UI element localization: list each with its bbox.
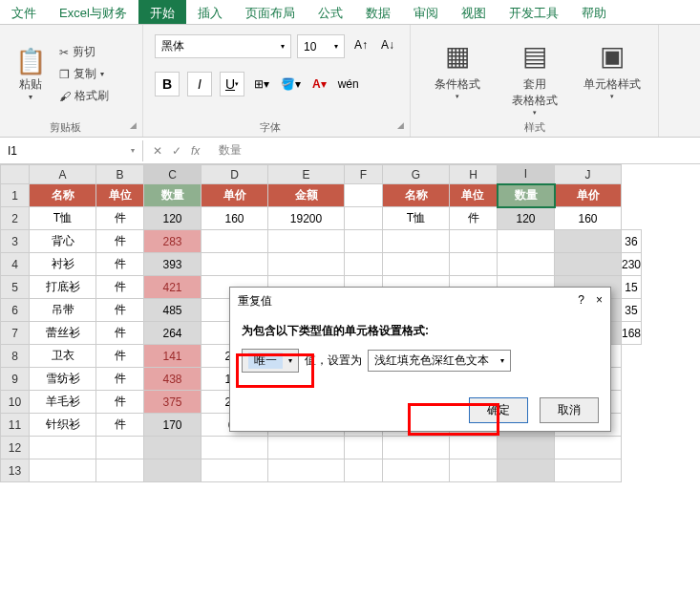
cell[interactable]: 36 [622, 230, 642, 253]
tab-Excel与财务[interactable]: Excel与财务 [48, 0, 138, 24]
cell[interactable] [345, 230, 383, 253]
cell[interactable] [450, 253, 498, 276]
bold-button[interactable]: B [155, 72, 180, 96]
cell[interactable] [383, 437, 450, 459]
cell[interactable]: 230 [622, 253, 642, 276]
col-header-C[interactable]: C [144, 165, 202, 184]
cell[interactable] [345, 459, 383, 482]
format-painter-button[interactable]: 🖌格式刷 [59, 88, 109, 104]
cell[interactable]: 168 [622, 322, 642, 345]
header-cell[interactable]: 名称 [383, 184, 450, 207]
cell[interactable]: T恤 [383, 207, 450, 230]
cell[interactable] [555, 230, 622, 253]
col-header-F[interactable]: F [345, 165, 383, 184]
cell[interactable]: 19200 [268, 207, 345, 230]
border-button[interactable]: ⊞▾ [252, 75, 271, 93]
cell[interactable] [144, 437, 202, 459]
cell[interactable] [345, 253, 383, 276]
cell[interactable]: 375 [144, 391, 202, 414]
cell[interactable] [383, 230, 450, 253]
col-header-B[interactable]: B [96, 165, 144, 184]
cell[interactable]: 背心 [30, 230, 96, 253]
col-header-A[interactable]: A [30, 165, 96, 184]
cell[interactable]: 雪纺衫 [30, 368, 96, 391]
cell[interactable] [268, 253, 345, 276]
accept-formula-icon[interactable]: ✓ [172, 144, 181, 158]
cell[interactable] [555, 253, 622, 276]
tab-开发工具[interactable]: 开发工具 [498, 0, 570, 24]
cell[interactable] [555, 437, 622, 459]
cell-styles-button[interactable]: ▣单元格样式▾ [579, 34, 645, 117]
cell[interactable] [498, 437, 555, 459]
row-header-6[interactable]: 6 [1, 299, 30, 322]
cell[interactable]: 件 [96, 253, 144, 276]
col-header-J[interactable]: J [555, 165, 622, 184]
row-header-7[interactable]: 7 [1, 322, 30, 345]
row-header-5[interactable]: 5 [1, 276, 30, 299]
cell[interactable]: 283 [144, 230, 202, 253]
cell[interactable]: 件 [96, 230, 144, 253]
cell[interactable] [202, 437, 268, 459]
row-header-9[interactable]: 9 [1, 368, 30, 391]
cell[interactable]: 393 [144, 253, 202, 276]
font-family-select[interactable]: 黑体▾ [155, 34, 291, 58]
cancel-formula-icon[interactable]: ✕ [153, 144, 162, 158]
paste-button[interactable]: 📋 粘贴 ▾ [8, 29, 53, 119]
header-cell[interactable]: 单价 [555, 184, 622, 207]
col-header-I[interactable]: I [498, 165, 555, 184]
fx-icon[interactable]: fx [191, 144, 200, 158]
row-header-13[interactable]: 13 [1, 459, 30, 482]
cell[interactable]: 吊带 [30, 299, 96, 322]
cell[interactable] [96, 437, 144, 459]
cell[interactable]: 141 [144, 345, 202, 368]
header-cell[interactable]: 单位 [96, 184, 144, 207]
cell[interactable]: 件 [96, 368, 144, 391]
header-cell[interactable]: 数量 [498, 184, 555, 207]
cell[interactable]: 打底衫 [30, 276, 96, 299]
tab-帮助[interactable]: 帮助 [570, 0, 618, 24]
cell[interactable]: 件 [450, 207, 498, 230]
cell[interactable] [96, 459, 144, 482]
cell[interactable] [202, 459, 268, 482]
cell[interactable]: 羊毛衫 [30, 391, 96, 414]
cell[interactable]: 件 [96, 322, 144, 345]
cell[interactable] [30, 459, 96, 482]
cell[interactable]: 485 [144, 299, 202, 322]
cell[interactable]: 264 [144, 322, 202, 345]
value-type-select[interactable]: 唯一▾ [242, 349, 299, 373]
tab-文件[interactable]: 文件 [0, 0, 48, 24]
col-header-D[interactable]: D [202, 165, 268, 184]
header-cell[interactable]: 名称 [30, 184, 96, 207]
row-header-8[interactable]: 8 [1, 345, 30, 368]
cell[interactable]: 35 [622, 299, 642, 322]
close-button[interactable]: × [596, 293, 603, 310]
cell[interactable]: 件 [96, 391, 144, 414]
header-cell[interactable]: 单位 [450, 184, 498, 207]
copy-button[interactable]: ❐复制▾ [59, 66, 109, 82]
font-color-button[interactable]: A▾ [310, 75, 329, 93]
cell[interactable] [202, 253, 268, 276]
col-header-G[interactable]: G [383, 165, 450, 184]
decrease-font-icon[interactable]: A↓ [377, 34, 398, 58]
cell[interactable] [498, 459, 555, 482]
row-header-11[interactable]: 11 [1, 414, 30, 437]
cell[interactable] [268, 437, 345, 459]
format-select[interactable]: 浅红填充色深红色文本▾ [368, 350, 511, 372]
cell[interactable] [30, 437, 96, 459]
col-header-H[interactable]: H [450, 165, 498, 184]
cell[interactable] [450, 230, 498, 253]
tab-公式[interactable]: 公式 [307, 0, 354, 24]
underline-button[interactable]: U▾ [220, 72, 244, 96]
select-all-corner[interactable] [1, 165, 30, 184]
cell[interactable] [450, 437, 498, 459]
cell[interactable]: 衬衫 [30, 253, 96, 276]
row-header-1[interactable]: 1 [1, 184, 30, 207]
cell[interactable] [345, 207, 383, 230]
dialog-launcher-icon[interactable]: ◢ [130, 120, 137, 130]
cell[interactable] [555, 459, 622, 482]
cell[interactable] [383, 253, 450, 276]
pinyin-button[interactable]: wén [336, 75, 361, 93]
cell[interactable] [345, 437, 383, 459]
tab-视图[interactable]: 视图 [450, 0, 498, 24]
cell[interactable] [498, 230, 555, 253]
